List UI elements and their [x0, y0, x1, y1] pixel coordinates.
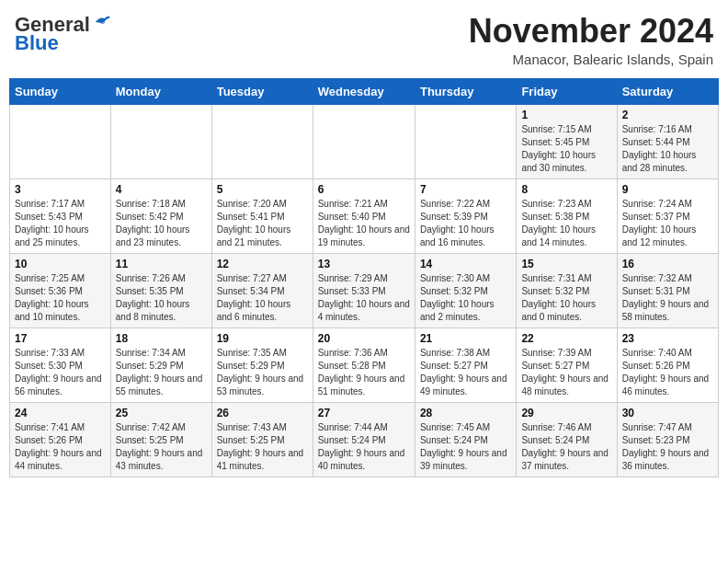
day-info: Sunrise: 7:22 AMSunset: 5:39 PMDaylight:…: [420, 198, 511, 249]
day-number: 1: [521, 109, 611, 121]
week-row-3: 10Sunrise: 7:25 AMSunset: 5:36 PMDayligh…: [10, 253, 719, 327]
week-row-5: 24Sunrise: 7:41 AMSunset: 5:26 PMDayligh…: [10, 402, 719, 477]
day-number: 9: [622, 183, 713, 196]
day-number: 20: [318, 332, 410, 345]
day-cell: 12Sunrise: 7:27 AMSunset: 5:34 PMDayligh…: [211, 253, 313, 327]
day-number: 29: [521, 407, 611, 419]
day-number: 24: [15, 407, 106, 419]
day-number: 14: [420, 258, 511, 270]
logo-bird-icon: [92, 15, 112, 31]
logo: General Blue: [15, 13, 112, 55]
day-cell: [110, 104, 211, 178]
day-info: Sunrise: 7:24 AMSunset: 5:37 PMDaylight:…: [622, 198, 713, 249]
day-cell: [313, 104, 415, 178]
weekday-header-monday: Monday: [110, 78, 211, 104]
day-number: 16: [622, 258, 713, 270]
day-info: Sunrise: 7:40 AMSunset: 5:26 PMDaylight:…: [622, 347, 713, 398]
day-cell: 18Sunrise: 7:34 AMSunset: 5:29 PMDayligh…: [110, 327, 211, 402]
day-number: 26: [217, 407, 308, 419]
day-info: Sunrise: 7:30 AMSunset: 5:32 PMDaylight:…: [420, 272, 511, 324]
day-cell: 19Sunrise: 7:35 AMSunset: 5:29 PMDayligh…: [211, 327, 313, 402]
day-cell: 16Sunrise: 7:32 AMSunset: 5:31 PMDayligh…: [617, 253, 718, 327]
day-cell: [211, 104, 313, 178]
day-info: Sunrise: 7:38 AMSunset: 5:27 PMDaylight:…: [420, 347, 511, 398]
day-info: Sunrise: 7:23 AMSunset: 5:38 PMDaylight:…: [521, 198, 611, 249]
day-number: 8: [521, 183, 611, 196]
day-number: 25: [116, 407, 207, 419]
day-info: Sunrise: 7:16 AMSunset: 5:44 PMDaylight:…: [622, 123, 713, 175]
day-info: Sunrise: 7:41 AMSunset: 5:26 PMDaylight:…: [15, 421, 106, 473]
day-number: 11: [116, 258, 207, 270]
day-cell: [10, 104, 111, 178]
day-number: 13: [318, 258, 410, 270]
day-info: Sunrise: 7:32 AMSunset: 5:31 PMDaylight:…: [622, 272, 713, 324]
day-info: Sunrise: 7:20 AMSunset: 5:41 PMDaylight:…: [217, 198, 308, 249]
week-row-1: 1Sunrise: 7:15 AMSunset: 5:45 PMDaylight…: [10, 104, 719, 178]
day-info: Sunrise: 7:21 AMSunset: 5:40 PMDaylight:…: [318, 198, 410, 249]
day-number: 27: [318, 407, 410, 419]
day-info: Sunrise: 7:29 AMSunset: 5:33 PMDaylight:…: [318, 272, 410, 324]
day-number: 12: [217, 258, 308, 270]
day-number: 3: [15, 183, 106, 196]
day-info: Sunrise: 7:36 AMSunset: 5:28 PMDaylight:…: [318, 347, 410, 398]
day-number: 23: [622, 332, 713, 345]
day-info: Sunrise: 7:39 AMSunset: 5:27 PMDaylight:…: [521, 347, 611, 398]
day-cell: 22Sunrise: 7:39 AMSunset: 5:27 PMDayligh…: [517, 327, 617, 402]
location: Manacor, Balearic Islands, Spain: [469, 52, 713, 67]
day-number: 5: [217, 183, 308, 196]
day-number: 28: [420, 407, 511, 419]
day-number: 7: [420, 183, 511, 196]
day-cell: 21Sunrise: 7:38 AMSunset: 5:27 PMDayligh…: [415, 327, 516, 402]
day-info: Sunrise: 7:47 AMSunset: 5:23 PMDaylight:…: [622, 421, 713, 473]
logo-blue: Blue: [15, 31, 59, 55]
day-cell: 5Sunrise: 7:20 AMSunset: 5:41 PMDaylight…: [211, 178, 313, 253]
week-row-2: 3Sunrise: 7:17 AMSunset: 5:43 PMDaylight…: [10, 178, 719, 253]
day-cell: 2Sunrise: 7:16 AMSunset: 5:44 PMDaylight…: [617, 104, 718, 178]
day-cell: 6Sunrise: 7:21 AMSunset: 5:40 PMDaylight…: [313, 178, 415, 253]
day-info: Sunrise: 7:15 AMSunset: 5:45 PMDaylight:…: [521, 123, 611, 175]
day-number: 19: [217, 332, 308, 345]
day-cell: 27Sunrise: 7:44 AMSunset: 5:24 PMDayligh…: [313, 402, 415, 477]
day-number: 6: [318, 183, 410, 196]
day-cell: 13Sunrise: 7:29 AMSunset: 5:33 PMDayligh…: [313, 253, 415, 327]
day-info: Sunrise: 7:46 AMSunset: 5:24 PMDaylight:…: [521, 421, 611, 473]
day-cell: 9Sunrise: 7:24 AMSunset: 5:37 PMDaylight…: [617, 178, 718, 253]
day-cell: 26Sunrise: 7:43 AMSunset: 5:25 PMDayligh…: [211, 402, 313, 477]
weekday-header-sunday: Sunday: [10, 78, 111, 104]
day-cell: 20Sunrise: 7:36 AMSunset: 5:28 PMDayligh…: [313, 327, 415, 402]
day-number: 22: [521, 332, 611, 345]
day-info: Sunrise: 7:34 AMSunset: 5:29 PMDaylight:…: [116, 347, 207, 398]
day-number: 15: [521, 258, 611, 270]
day-info: Sunrise: 7:33 AMSunset: 5:30 PMDaylight:…: [15, 347, 106, 398]
day-number: 21: [420, 332, 511, 345]
day-cell: 17Sunrise: 7:33 AMSunset: 5:30 PMDayligh…: [10, 327, 111, 402]
weekday-header-tuesday: Tuesday: [211, 78, 313, 104]
day-cell: 30Sunrise: 7:47 AMSunset: 5:23 PMDayligh…: [617, 402, 718, 477]
day-info: Sunrise: 7:26 AMSunset: 5:35 PMDaylight:…: [116, 272, 207, 324]
day-info: Sunrise: 7:25 AMSunset: 5:36 PMDaylight:…: [15, 272, 106, 324]
weekday-header-saturday: Saturday: [617, 78, 718, 104]
day-cell: 8Sunrise: 7:23 AMSunset: 5:38 PMDaylight…: [517, 178, 617, 253]
day-cell: [415, 104, 516, 178]
page-header: General Blue November 2024 Manacor, Bale…: [9, 9, 719, 71]
week-row-4: 17Sunrise: 7:33 AMSunset: 5:30 PMDayligh…: [10, 327, 719, 402]
day-number: 18: [116, 332, 207, 345]
weekday-header-friday: Friday: [517, 78, 617, 104]
day-cell: 3Sunrise: 7:17 AMSunset: 5:43 PMDaylight…: [10, 178, 111, 253]
weekday-header-wednesday: Wednesday: [313, 78, 415, 104]
day-cell: 29Sunrise: 7:46 AMSunset: 5:24 PMDayligh…: [517, 402, 617, 477]
day-cell: 14Sunrise: 7:30 AMSunset: 5:32 PMDayligh…: [415, 253, 516, 327]
day-info: Sunrise: 7:44 AMSunset: 5:24 PMDaylight:…: [318, 421, 410, 473]
day-info: Sunrise: 7:17 AMSunset: 5:43 PMDaylight:…: [15, 198, 106, 249]
day-cell: 25Sunrise: 7:42 AMSunset: 5:25 PMDayligh…: [110, 402, 211, 477]
day-number: 17: [15, 332, 106, 345]
day-cell: 24Sunrise: 7:41 AMSunset: 5:26 PMDayligh…: [10, 402, 111, 477]
weekday-header-row: SundayMondayTuesdayWednesdayThursdayFrid…: [10, 78, 719, 104]
day-cell: 15Sunrise: 7:31 AMSunset: 5:32 PMDayligh…: [517, 253, 617, 327]
day-cell: 4Sunrise: 7:18 AMSunset: 5:42 PMDaylight…: [110, 178, 211, 253]
day-cell: 1Sunrise: 7:15 AMSunset: 5:45 PMDaylight…: [517, 104, 617, 178]
day-info: Sunrise: 7:18 AMSunset: 5:42 PMDaylight:…: [116, 198, 207, 249]
day-info: Sunrise: 7:45 AMSunset: 5:24 PMDaylight:…: [420, 421, 511, 473]
month-title: November 2024: [469, 13, 713, 50]
day-number: 30: [622, 407, 713, 419]
